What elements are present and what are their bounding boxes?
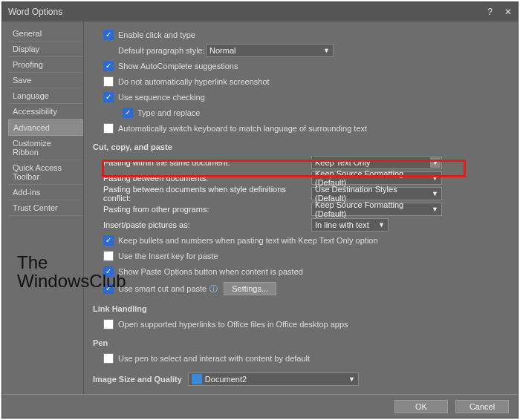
no-auto-hyperlink-label: Do not automatically hyperlink screensho… (118, 77, 270, 86)
no-auto-hyperlink-row: Do not automatically hyperlink screensho… (103, 75, 512, 88)
titlebar-controls: ? ✕ (487, 7, 512, 17)
open-supported-row: Open supported hyperlinks to Office file… (103, 318, 512, 331)
chevron-down-icon: ▼ (430, 157, 441, 168)
sidebar-item-save[interactable]: Save (8, 73, 83, 88)
use-pen-row: Use pen to select and interact with cont… (103, 352, 512, 365)
paste-conflict-label: Pasting between documents when style def… (103, 185, 311, 203)
sidebar-item-trust-center[interactable]: Trust Center (8, 200, 83, 216)
cancel-button[interactable]: Cancel (455, 400, 509, 413)
no-auto-hyperlink-checkbox[interactable] (103, 76, 114, 87)
chevron-down-icon: ▼ (432, 174, 438, 182)
use-pen-checkbox[interactable] (103, 353, 114, 364)
open-supported-checkbox[interactable] (103, 319, 114, 329)
type-and-replace-label: Type and replace (137, 108, 200, 117)
insert-key-label: Use the Insert key for paste (118, 252, 218, 260)
paste-other-label: Pasting from other programs: (103, 205, 311, 214)
enable-click-and-type-label: Enable click and type (118, 30, 195, 39)
word-options-dialog: Word Options ? ✕ General Display Proofin… (1, 1, 519, 419)
paste-between-dropdown[interactable]: Keep Source Formatting (Default) ▼ (311, 171, 442, 185)
paste-between-label: Pasting between documents: (103, 174, 311, 183)
show-paste-opts-label: Show Paste Options button when content i… (118, 267, 303, 276)
default-para-style-label: Default paragraph style: (118, 46, 206, 55)
titlebar: Word Options ? ✕ (2, 2, 518, 22)
auto-switch-row: Automatically switch keyboard to match l… (103, 122, 512, 135)
ccp-header: Cut, copy, and paste (93, 142, 512, 151)
show-autocomplete-row: Show AutoComplete suggestions (103, 59, 512, 73)
open-supported-label: Open supported hyperlinks to Office file… (118, 320, 348, 329)
auto-switch-checkbox[interactable] (103, 123, 114, 134)
sidebar-item-language[interactable]: Language (8, 88, 83, 104)
help-icon[interactable]: ? (487, 7, 493, 17)
paste-within-dropdown[interactable]: Keep Text Only ▼ (311, 156, 442, 169)
keep-bullets-row: Keep bullets and numbers when pasting te… (103, 234, 512, 247)
image-size-quality-header: Image Size and Quality (93, 375, 182, 384)
paste-within-row: Pasting within the same document: Keep T… (103, 156, 512, 169)
chevron-down-icon: ▼ (348, 375, 355, 383)
dialog-body: General Display Proofing Save Language A… (2, 22, 518, 394)
paste-other-row: Pasting from other programs: Keep Source… (103, 203, 512, 216)
smart-cut-checkbox[interactable] (103, 283, 114, 294)
sidebar-item-addins[interactable]: Add-ins (8, 185, 83, 200)
ok-button[interactable]: OK (394, 400, 448, 413)
smart-cut-label: Use smart cut and paste (118, 284, 207, 293)
info-icon[interactable]: ⓘ (209, 283, 218, 295)
show-autocomplete-label: Show AutoComplete suggestions (118, 62, 238, 70)
show-paste-opts-checkbox[interactable] (103, 266, 114, 277)
use-pen-label: Use pen to select and interact with cont… (118, 354, 310, 363)
keep-bullets-checkbox[interactable] (103, 235, 114, 246)
default-para-style-row: Default paragraph style: Normal ▼ (118, 44, 512, 57)
footer: OK Cancel (2, 394, 518, 418)
document-icon (192, 374, 202, 384)
type-and-replace-checkbox[interactable] (123, 108, 133, 118)
show-paste-opts-row: Show Paste Options button when content i… (103, 265, 512, 278)
chevron-down-icon: ▼ (432, 190, 438, 197)
dialog-title: Word Options (8, 7, 62, 17)
sidebar-item-display[interactable]: Display (8, 42, 83, 57)
insert-paste-pics-row: Insert/paste pictures as: In line with t… (103, 218, 512, 232)
show-autocomplete-checkbox[interactable] (103, 61, 114, 71)
enable-click-and-type-checkbox[interactable] (103, 30, 114, 40)
paste-other-dropdown[interactable]: Keep Source Formatting (Default) ▼ (311, 203, 442, 216)
sidebar-item-advanced[interactable]: Advanced (8, 119, 83, 136)
auto-switch-label: Automatically switch keyboard to match l… (118, 124, 367, 133)
paste-within-label: Pasting within the same document: (103, 158, 311, 167)
sidebar-item-proofing[interactable]: Proofing (8, 57, 83, 73)
sidebar-item-quick-access[interactable]: Quick Access Toolbar (8, 160, 83, 185)
link-handling-header: Link Handling (93, 304, 512, 313)
use-sequence-checkbox[interactable] (103, 92, 114, 102)
paste-conflict-dropdown[interactable]: Use Destination Styles (Default) ▼ (311, 187, 442, 200)
close-icon[interactable]: ✕ (504, 7, 512, 17)
insert-key-row: Use the Insert key for paste (103, 249, 512, 263)
use-sequence-label: Use sequence checking (118, 93, 205, 102)
default-para-style-dropdown[interactable]: Normal ▼ (206, 44, 334, 57)
settings-button[interactable]: Settings... (224, 282, 276, 295)
content-pane: Enable click and type Default paragraph … (84, 22, 518, 394)
image-size-quality-dropdown[interactable]: Document2 ▼ (188, 373, 359, 386)
sidebar-item-accessibility[interactable]: Accessibility (8, 104, 83, 119)
chevron-down-icon: ▼ (323, 47, 330, 54)
sidebar-item-customize-ribbon[interactable]: Customize Ribbon (8, 136, 83, 160)
paste-between-row: Pasting between documents: Keep Source F… (103, 171, 512, 185)
insert-paste-pics-label: Insert/paste pictures as: (103, 220, 311, 229)
chevron-down-icon: ▼ (378, 221, 385, 229)
sidebar-item-general[interactable]: General (8, 26, 83, 42)
type-and-replace-row: Type and replace (123, 106, 512, 119)
smart-cut-row: Use smart cut and paste ⓘ Settings... (103, 280, 512, 297)
use-sequence-row: Use sequence checking (103, 91, 512, 104)
pen-header: Pen (93, 338, 512, 347)
sidebar: General Display Proofing Save Language A… (2, 22, 84, 394)
insert-paste-pics-dropdown[interactable]: In line with text ▼ (311, 218, 389, 232)
insert-key-checkbox[interactable] (103, 251, 114, 261)
image-size-quality-row: Image Size and Quality Document2 ▼ (93, 373, 512, 386)
chevron-down-icon: ▼ (432, 206, 438, 213)
enable-click-and-type-row: Enable click and type (103, 28, 512, 42)
paste-conflict-row: Pasting between documents when style def… (103, 187, 512, 200)
keep-bullets-label: Keep bullets and numbers when pasting te… (118, 236, 378, 245)
